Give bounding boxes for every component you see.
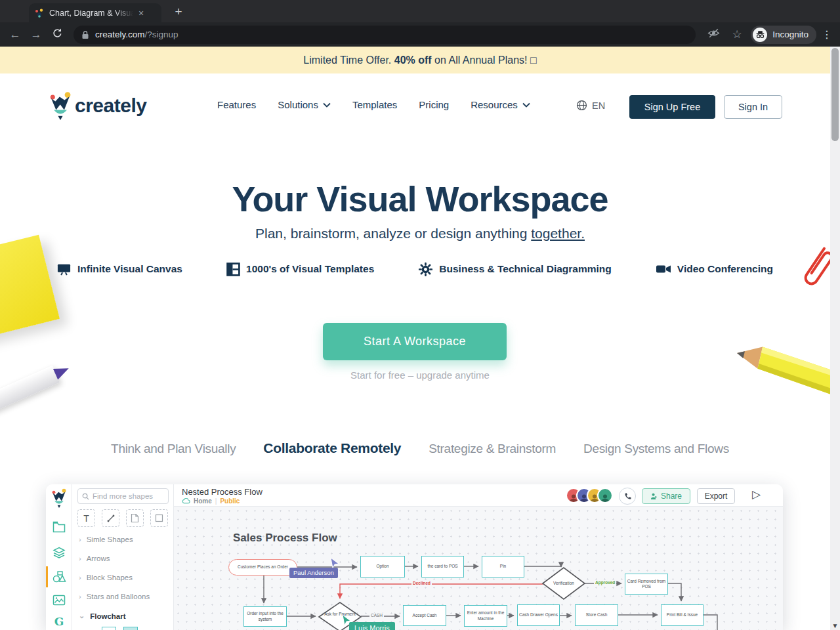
flow-label-declined: Declined — [411, 581, 432, 585]
flow-node-print-bill[interactable]: Print Bill & Issue — [661, 604, 704, 626]
chevron-down-icon — [522, 102, 530, 108]
nav-pricing[interactable]: Pricing — [419, 99, 449, 110]
document-tool-button[interactable] — [126, 509, 144, 527]
rail-gsuite-icon[interactable]: G — [46, 613, 72, 630]
flow-node-pin[interactable]: Pin — [482, 556, 524, 578]
pencil-decoration — [729, 334, 840, 414]
section-arrows[interactable]: ›Arrows — [79, 555, 110, 562]
scrollbar-thumb[interactable] — [831, 48, 839, 141]
present-play-icon[interactable]: ▷ — [752, 488, 761, 501]
rail-layers-icon[interactable] — [46, 545, 72, 562]
main-nav: Features Solutions Templates Pricing Res… — [217, 99, 530, 110]
hero-title: Your Visual Workspace — [0, 178, 840, 219]
promo-highlight: 40% off — [394, 54, 432, 66]
section-stars-balloons[interactable]: ›Stars and Balloons — [79, 593, 150, 600]
text-tool-button[interactable]: T — [77, 509, 95, 527]
cursor-label-luis: Luis Morris — [349, 622, 395, 630]
avatar[interactable] — [597, 488, 613, 503]
flow-node-ask-payment[interactable]: Ask for Payment — [324, 612, 356, 617]
rail-shapes-icon[interactable] — [46, 568, 72, 585]
promo-banner[interactable]: Limited Time Offer. 40% off on All Annua… — [0, 47, 840, 74]
export-button[interactable]: Export — [697, 488, 735, 504]
section-block-shapes[interactable]: ›Block Shapes — [79, 574, 133, 581]
flow-node-accept-cash[interactable]: Accept Cash — [403, 605, 446, 626]
tab-think-plan[interactable]: Think and Plan Visually — [111, 442, 236, 456]
flow-node-card-removed[interactable]: Card Removed from POS — [625, 574, 668, 595]
hero-together-link[interactable]: together. — [531, 226, 585, 241]
flowchart-shape-thumb[interactable] — [123, 627, 138, 630]
flow-node-cash-drawer[interactable]: Cash Drawer Opens — [517, 604, 560, 626]
bookmark-star-icon[interactable]: ☆ — [727, 28, 747, 41]
breadcrumb-public[interactable]: Public — [220, 497, 240, 505]
feature-video: Video Conferencing — [656, 261, 773, 277]
breadcrumb-home[interactable]: Home — [194, 497, 212, 505]
flowchart-shape-thumb[interactable] — [102, 627, 116, 630]
marker-pen-decoration — [0, 359, 74, 416]
gear-icon — [418, 262, 433, 277]
nav-features[interactable]: Features — [217, 99, 256, 110]
feature-templates: 1000's of Visual Templates — [226, 261, 374, 277]
nav-solutions[interactable]: Solutions — [278, 99, 331, 110]
forward-icon[interactable]: → — [28, 28, 45, 41]
flow-node-order-input[interactable]: Order input into the system — [243, 606, 287, 627]
flow-label-approved: Approved — [594, 580, 616, 585]
canvas-board-icon — [56, 262, 72, 277]
shape-search-input[interactable] — [93, 492, 158, 500]
section-flowchart[interactable]: ⌄Flowchart — [79, 612, 126, 620]
flow-node-option[interactable]: Option — [360, 556, 405, 578]
tab-title: Chart, Diagram & Visual W — [49, 9, 133, 18]
page-scrollbar[interactable]: ▼ — [830, 47, 840, 630]
flow-node-store-cash[interactable]: Store Cash — [575, 604, 618, 626]
nav-templates[interactable]: Templates — [352, 99, 397, 110]
flow-node-start[interactable]: Customer Places an Order — [228, 559, 297, 576]
sticky-note-decoration — [0, 235, 60, 341]
tab-collaborate[interactable]: Collaborate Remotely — [263, 440, 401, 456]
browser-menu-icon[interactable]: ⋮ — [820, 28, 833, 41]
rail-folder-icon[interactable] — [46, 518, 72, 536]
feature-strip: Infinite Visual Canvas 1000's of Visual … — [56, 261, 773, 277]
flow-node-verification[interactable]: Verification — [544, 581, 583, 586]
browser-window: Chart, Diagram & Visual W × + ← → create… — [0, 0, 840, 630]
language-selector[interactable]: EN — [576, 100, 605, 111]
rectangle-tool-button[interactable] — [150, 509, 168, 527]
share-person-icon — [650, 493, 658, 500]
reload-icon[interactable] — [49, 28, 66, 42]
call-button[interactable] — [619, 488, 636, 505]
share-button[interactable]: Share — [642, 488, 690, 504]
cursor-arrow-paul — [330, 558, 339, 568]
diagram-canvas[interactable]: Sales Process Flow — [174, 507, 783, 630]
connector-tool-button[interactable] — [102, 509, 119, 527]
tab-strategize[interactable]: Strategize & Brainstorm — [429, 442, 556, 456]
quick-shape-buttons: T — [77, 509, 168, 527]
new-tab-button[interactable]: + — [171, 4, 186, 20]
tab-design-systems[interactable]: Design Systems and Flows — [583, 442, 729, 456]
document-title: Nested Process Flow — [182, 487, 262, 497]
incognito-label: Incognito — [772, 30, 808, 39]
scrollbar-down-arrow[interactable]: ▼ — [830, 622, 840, 629]
section-tabs: Think and Plan Visually Collaborate Remo… — [0, 440, 840, 456]
cloud-icon — [182, 498, 190, 504]
promo-text: Limited Time Offer. 40% off on All Annua… — [303, 54, 536, 66]
section-simple-shapes[interactable]: ›Simle Shapes — [79, 536, 133, 543]
video-camera-icon — [656, 261, 671, 277]
feature-canvas: Infinite Visual Canvas — [56, 261, 182, 277]
creately-logo[interactable]: creately — [49, 91, 146, 120]
sign-up-button[interactable]: Sign Up Free — [629, 95, 715, 119]
browser-tab[interactable]: Chart, Diagram & Visual W × — [29, 3, 161, 22]
tab-close-icon[interactable]: × — [138, 9, 144, 18]
flow-node-card-to-pos[interactable]: the card to POS — [421, 556, 464, 578]
nav-resources[interactable]: Resources — [471, 99, 530, 110]
start-workspace-button[interactable]: Start A Workspace — [323, 323, 507, 360]
template-grid-icon — [226, 262, 240, 276]
rail-image-icon[interactable] — [46, 591, 72, 608]
flow-node-enter-amount[interactable]: Enter amount in the Machine — [464, 605, 507, 627]
eye-off-icon[interactable] — [704, 27, 723, 42]
phone-icon — [623, 492, 632, 501]
globe-icon — [576, 100, 587, 111]
language-label: EN — [592, 100, 605, 111]
lock-icon — [81, 30, 89, 39]
sign-in-button[interactable]: Sign In — [724, 95, 782, 119]
address-bar[interactable]: creately.com/?signup — [74, 26, 696, 44]
shape-search[interactable] — [77, 488, 169, 504]
back-icon[interactable]: ← — [7, 28, 24, 41]
